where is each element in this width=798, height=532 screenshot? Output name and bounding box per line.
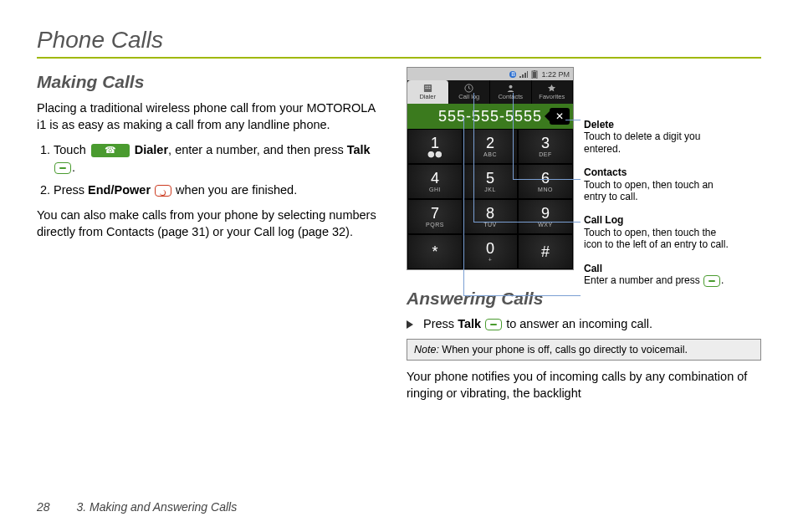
answering-line-b: to answer an incoming call. — [506, 317, 652, 330]
svg-point-4 — [425, 85, 426, 86]
key-letters: PQRS — [426, 222, 444, 228]
delete-digit-button[interactable]: ✕ — [550, 108, 570, 125]
calllog-tab-icon — [464, 84, 473, 93]
step-1-text-a: Touch — [54, 143, 90, 156]
talk-key-icon — [485, 319, 502, 330]
answering-talk-label: Talk — [458, 317, 481, 330]
callout-call-title: Call — [584, 263, 734, 274]
answering-bullet: Press Talk to answer an incoming call. — [407, 317, 761, 330]
key-digit: 4 — [431, 171, 439, 186]
dialer-tab-icon — [423, 84, 432, 93]
key-hash[interactable]: # — [518, 234, 573, 269]
title-rule — [37, 57, 761, 59]
key-1[interactable]: 1⚪⚪ — [407, 129, 463, 164]
key-digit: 9 — [541, 206, 550, 221]
voicemail-icon: ⚪⚪ — [427, 151, 443, 158]
callouts-block: Delete Touch to delete a digit you enter… — [584, 119, 734, 299]
key-digit: 2 — [486, 136, 494, 151]
key-5[interactable]: 5JKL — [463, 164, 518, 199]
callout-calllog: Call Log Touch to open, then touch the i… — [584, 214, 734, 250]
callout-calllog-title: Call Log — [584, 214, 734, 226]
key-6[interactable]: 6MNO — [518, 164, 573, 199]
callout-delete-body: Touch to delete a digit you entered. — [584, 130, 734, 155]
step-1-text-c: . — [72, 161, 75, 174]
tab-contacts[interactable]: Contacts — [490, 80, 532, 104]
key-digit: 5 — [486, 171, 494, 186]
phone-tabs: Dialer Call log Contacts Favorites — [407, 80, 573, 104]
key-2[interactable]: 2ABC — [463, 129, 518, 164]
callout-leader — [473, 93, 474, 222]
key-0[interactable]: 0+ — [463, 234, 518, 269]
key-digit: 8 — [486, 206, 494, 221]
callout-contacts: Contacts Touch to open, then touch an en… — [584, 166, 734, 202]
tab-dialer[interactable]: Dialer — [407, 80, 449, 104]
favorites-tab-icon — [547, 84, 556, 93]
callout-delete: Delete Touch to delete a digit you enter… — [584, 119, 734, 155]
page-title: Phone Calls — [37, 27, 761, 54]
step-1-dialer-label: Dialer — [135, 143, 168, 156]
svg-point-8 — [427, 88, 428, 89]
key-8[interactable]: 8TUV — [463, 199, 518, 234]
callout-leader — [565, 120, 581, 120]
status-time: 1:22 PM — [541, 70, 570, 79]
key-letters: GHI — [429, 187, 441, 192]
svg-rect-2 — [534, 70, 535, 71]
key-star[interactable]: * — [407, 234, 463, 269]
callout-call-body-c: . — [721, 274, 724, 286]
note-label: Note: — [414, 344, 439, 356]
step-2-text-b: when you are finished. — [176, 183, 297, 197]
tab-calllog-label: Call log — [458, 93, 479, 100]
left-column: Making Calls Placing a traditional wirel… — [37, 67, 380, 410]
making-calls-steps: Touch Dialer, enter a number, and then p… — [37, 141, 380, 199]
key-digit: 3 — [541, 136, 550, 151]
step-2-end-label: End/Power — [88, 183, 151, 197]
svg-point-11 — [509, 85, 512, 89]
callout-leader — [513, 93, 514, 179]
key-7[interactable]: 7PQRS — [407, 199, 463, 234]
tab-dialer-label: Dialer — [419, 93, 436, 100]
svg-point-9 — [429, 88, 430, 89]
page-footer: 28 3. Making and Answering Calls — [37, 500, 237, 514]
key-letters: WXY — [538, 222, 552, 228]
note-box: Note: When your phone is off, calls go d… — [407, 339, 761, 361]
callout-call-body-a: Enter a number and press — [584, 274, 703, 286]
key-digit: * — [432, 244, 437, 259]
tab-calllog[interactable]: Call log — [449, 80, 491, 104]
key-9[interactable]: 9WXY — [518, 199, 573, 234]
callout-leader — [513, 179, 581, 180]
key-4[interactable]: 4GHI — [407, 164, 463, 199]
key-letters: ABC — [483, 151, 497, 157]
contacts-tab-icon — [506, 84, 515, 93]
making-calls-outro: You can also make calls from your phone … — [37, 207, 380, 240]
step-1: Touch Dialer, enter a number, and then p… — [54, 141, 380, 176]
talk-key-icon — [703, 275, 720, 287]
tab-favorites[interactable]: Favorites — [532, 80, 574, 104]
end-power-key-icon — [155, 185, 171, 197]
tab-contacts-label: Contacts — [498, 93, 523, 100]
number-display-value: 555-555-5555 — [438, 108, 542, 125]
key-digit: 0 — [486, 241, 494, 256]
talk-key-icon — [54, 162, 71, 174]
step-2: Press End/Power when you are finished. — [54, 182, 380, 199]
callout-leader — [473, 222, 581, 223]
key-3[interactable]: 3DEF — [518, 129, 573, 164]
note-body: When your phone is off, calls go directl… — [439, 344, 688, 356]
key-letters: + — [489, 257, 493, 263]
callout-leader — [463, 295, 581, 296]
step-1-text-b: , enter a number, and then press — [168, 143, 347, 156]
key-digit: # — [541, 244, 550, 259]
phone-frame: B 1:22 PM Dialer Call log — [407, 67, 574, 270]
key-digit: 7 — [431, 206, 439, 221]
key-letters: TUV — [483, 222, 497, 228]
making-calls-intro: Placing a traditional wireless phone cal… — [37, 100, 380, 133]
keypad: 1⚪⚪ 2ABC 3DEF 4GHI 5JKL 6MNO 7PQRS 8TUV … — [407, 129, 573, 269]
dialer-pill-icon — [91, 144, 130, 157]
battery-icon — [531, 70, 538, 79]
answering-para: Your phone notifies you of incoming call… — [407, 369, 761, 402]
triangle-bullet-icon — [407, 320, 413, 329]
bluetooth-icon: B — [509, 71, 516, 78]
footer-chapter: 3. Making and Answering Calls — [76, 500, 237, 514]
footer-page-number: 28 — [37, 500, 50, 514]
svg-rect-1 — [533, 72, 536, 78]
key-letters: DEF — [539, 151, 552, 157]
